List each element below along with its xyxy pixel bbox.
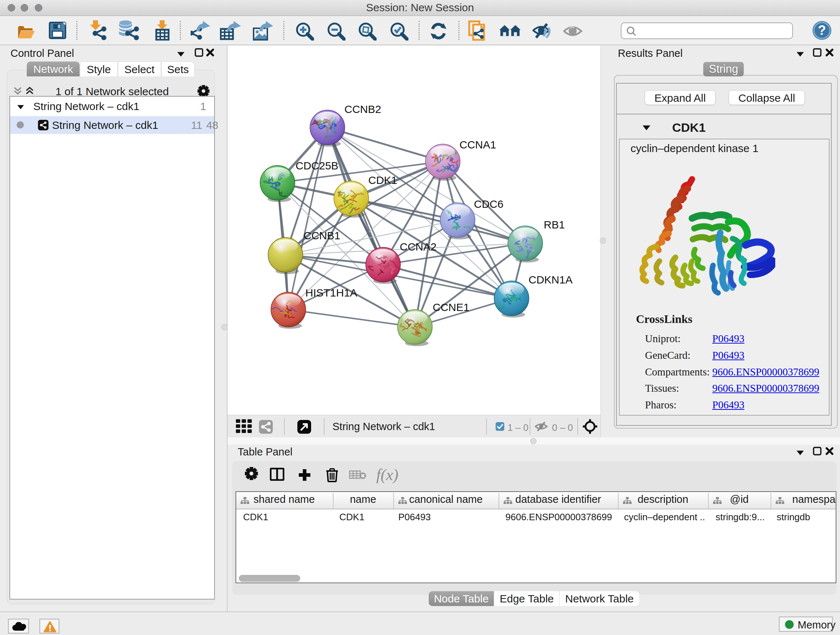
svg-text:CCNA2: CCNA2 [400,241,437,253]
svg-text:CCNE1: CCNE1 [433,301,470,313]
svg-text:CCNA1: CCNA1 [459,139,496,150]
svg-text:CCNB1: CCNB1 [303,230,340,241]
svg-text:CDC25B: CDC25B [295,160,338,172]
svg-text:CDC6: CDC6 [474,198,504,210]
svg-text:CDK1: CDK1 [368,174,397,186]
svg-text:HIST1H1A: HIST1H1A [305,287,357,299]
svg-text:?: ? [818,23,826,38]
svg-text:CDKN1A: CDKN1A [529,274,573,286]
svg-text:CCNB2: CCNB2 [344,103,381,115]
svg-text:RB1: RB1 [544,219,565,231]
